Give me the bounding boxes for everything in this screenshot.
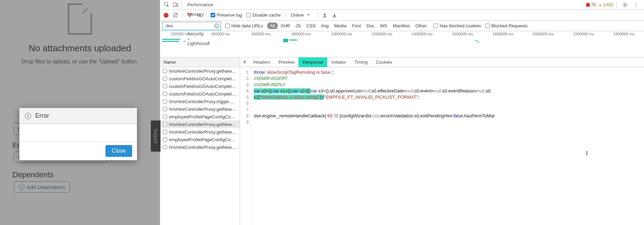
timeline-tick: 1400000 ms — [402, 32, 442, 36]
download-icon[interactable] — [332, 12, 337, 18]
filter-pill-img[interactable]: Img — [319, 22, 332, 29]
svg-point-14 — [197, 14, 200, 16]
timeline-tick: 1200000 ms — [362, 32, 402, 36]
detail-tab-timing[interactable]: Timing — [350, 57, 372, 67]
request-row[interactable]: hrisHireControllerProxy.getNewPa... — [160, 120, 240, 128]
devtools-tabbar: ElementsConsoleSourcesNetworkPerformance… — [160, 0, 644, 10]
detail-tab-response[interactable]: Response — [298, 57, 327, 67]
device-toolbar-icon[interactable] — [171, 0, 180, 10]
request-row[interactable]: hrisHireControllerProxy.getNewPa... — [160, 128, 240, 136]
filter-pill-font[interactable]: Font — [349, 22, 364, 29]
upload-icon[interactable] — [322, 12, 328, 18]
timeline-tick: 600000 ms — [241, 32, 281, 36]
search-icon[interactable] — [196, 12, 202, 18]
preserve-log-checkbox[interactable]: Preserve log — [211, 12, 242, 18]
timeline-tick: 2000000 ms — [523, 32, 563, 36]
filter-pill-xhr[interactable]: XHR — [278, 22, 293, 29]
close-detail-icon[interactable]: ✕ — [240, 60, 249, 65]
line-gutter: 1 2 3 4 5 6 7 8 9 — [240, 67, 251, 225]
close-button[interactable]: Close — [105, 145, 132, 157]
blocked-requests-checkbox[interactable]: Blocked Requests — [485, 23, 528, 28]
filter-pill-other[interactable]: Other — [413, 22, 430, 29]
detail-tab-initiator[interactable]: Initiator — [327, 57, 350, 67]
filter-pill-media[interactable]: Media — [331, 22, 349, 29]
timeline-tick: 1800000 ms — [483, 32, 523, 36]
inspect-element-icon[interactable] — [162, 0, 171, 10]
warning-count-badge[interactable]: 1495 — [598, 2, 613, 7]
timeline-tick: 2200000 ms — [563, 32, 604, 36]
svg-line-9 — [626, 6, 627, 7]
svg-line-15 — [200, 16, 201, 17]
filter-pill-manifest[interactable]: Manifest — [390, 22, 413, 29]
filter-pill-all[interactable]: All — [267, 22, 278, 29]
svg-rect-1 — [173, 3, 176, 7]
request-row[interactable]: customFieldAsGOAutoCompleteC... — [160, 82, 240, 90]
clear-icon[interactable] — [173, 12, 178, 18]
support-tab[interactable]: Support — [151, 120, 160, 152]
kebab-menu-icon[interactable]: ⋮ — [632, 0, 641, 10]
svg-rect-2 — [176, 4, 178, 7]
no-attachments-heading: No attachments uploaded — [12, 43, 147, 54]
has-blocked-cookies-checkbox[interactable]: Has blocked cookies — [433, 23, 481, 28]
drop-hint-text: Drop files to upload, or use the "Upload… — [12, 58, 147, 65]
detail-tab-cookies[interactable]: Cookies — [372, 57, 396, 67]
record-button[interactable] — [164, 13, 168, 18]
add-dependents-label: Add Dependents — [27, 184, 65, 190]
request-row[interactable]: hrisHireControllerProxy.getNewPa... — [160, 105, 240, 113]
request-row[interactable]: hrisHireControllerProxy.getNewPa... — [160, 67, 240, 75]
request-row[interactable]: customFieldAsGOAutoCompleteC... — [160, 75, 240, 82]
timeline-tick: 1600000 ms — [442, 32, 483, 36]
request-list: Name hrisHireControllerProxy.getNewPa...… — [160, 57, 240, 225]
svg-line-8 — [623, 3, 624, 4]
request-row[interactable]: hrisHireControllerProxy.getNewPa... — [160, 143, 240, 151]
timeline-tick: 800000 ms — [281, 32, 322, 36]
request-detail: ✕ HeadersPreviewResponseInitiatorTimingC… — [240, 57, 644, 225]
file-icon — [68, 3, 92, 35]
request-row[interactable]: employeeProfilePageConfigContr... — [160, 136, 240, 143]
plus-icon: + — [18, 184, 25, 190]
section-dependents-heading: Dependents — [12, 170, 54, 179]
exclamation-icon: ! — [25, 113, 31, 119]
network-filter-bar: ✕ Hide data URLs AllXHRJSCSSImgMediaFont… — [160, 21, 644, 31]
timeline-tick: 400000 ms — [201, 32, 241, 36]
hide-data-urls-checkbox[interactable]: Hide data URLs — [225, 23, 263, 28]
application-panel: No attachments uploaded Drop files to up… — [0, 0, 160, 225]
error-modal: ! Error Close — [19, 108, 137, 160]
filter-icon[interactable] — [187, 12, 192, 18]
clear-filter-icon[interactable]: ✕ — [214, 23, 220, 29]
request-row[interactable]: hrisHireControllerProxy.triggerRul... — [160, 98, 240, 105]
filter-pill-css[interactable]: CSS — [304, 22, 319, 29]
gear-icon[interactable] — [620, 0, 629, 10]
detail-tab-preview[interactable]: Preview — [274, 57, 298, 67]
svg-line-11 — [626, 3, 627, 4]
add-dependents-button[interactable]: + Add Dependents — [14, 181, 70, 192]
devtools-tab-performance[interactable]: Performance — [183, 0, 217, 10]
filter-pill-doc[interactable]: Doc — [364, 22, 377, 29]
filter-pill-ws[interactable]: WS — [377, 22, 390, 29]
network-timeline[interactable]: 200000 ms400000 ms600000 ms800000 ms1000… — [160, 31, 644, 57]
svg-point-3 — [624, 4, 626, 5]
filter-input[interactable] — [162, 22, 221, 30]
svg-line-13 — [174, 14, 177, 16]
filter-pill-js[interactable]: JS — [293, 22, 304, 29]
request-row[interactable]: employeeProfilePageConfigContr... — [160, 113, 240, 120]
response-body[interactable]: throw 'allowScriptTagRemoting is false.'… — [251, 67, 495, 225]
error-count-badge[interactable]: 75 — [586, 2, 596, 7]
devtools-panel: ElementsConsoleSourcesNetworkPerformance… — [160, 0, 644, 225]
svg-line-10 — [623, 6, 624, 7]
detail-tab-headers[interactable]: Headers — [249, 57, 274, 67]
disable-cache-checkbox[interactable]: Disable cache — [246, 12, 281, 18]
timeline-tick: 200000 ms — [160, 32, 201, 36]
modal-title: Error — [35, 112, 49, 119]
network-toolbar: Preserve log Disable cache Online — [160, 10, 644, 21]
timeline-tick: 1000000 ms — [321, 32, 362, 36]
throttling-select[interactable]: Online — [291, 12, 314, 18]
timeline-tick: 2400000 ms — [604, 32, 644, 36]
request-row[interactable]: customFieldAsGOAutoCompleteC... — [160, 90, 240, 98]
request-list-header[interactable]: Name — [160, 57, 240, 67]
